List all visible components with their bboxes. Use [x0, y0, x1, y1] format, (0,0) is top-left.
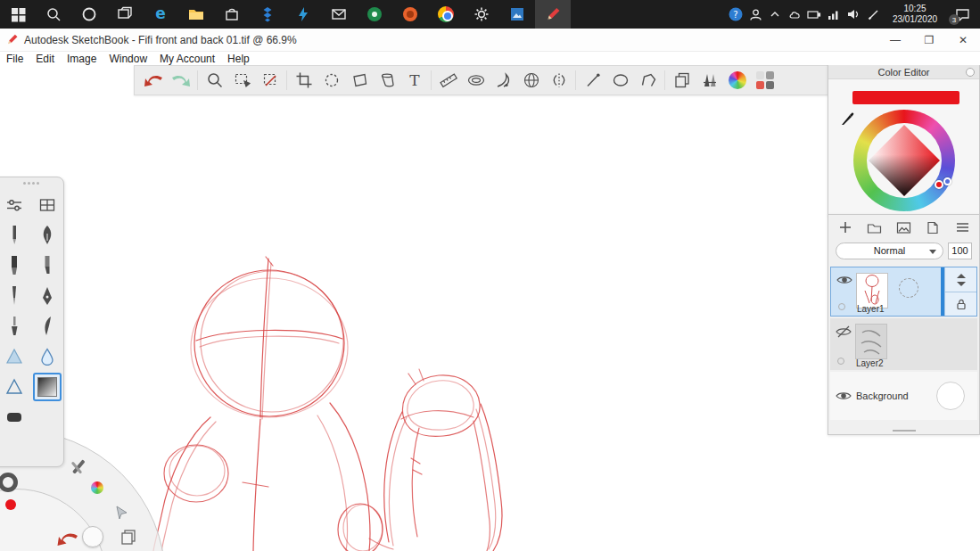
blend-mode-dropdown[interactable]: Normal [836, 243, 943, 259]
sketchbook-taskbar-icon[interactable] [535, 0, 571, 29]
dropbox-icon[interactable] [250, 0, 285, 29]
pen-icon[interactable] [863, 0, 883, 29]
perspective-guide-icon[interactable] [517, 67, 545, 94]
select-icon[interactable] [228, 67, 256, 94]
brush-triangle-outline[interactable] [0, 373, 29, 401]
layer2-thumbnail[interactable] [855, 324, 887, 359]
volume-icon[interactable] [844, 0, 863, 29]
layer1-thumbnail[interactable] [856, 273, 888, 308]
brush-gradient-flood-selected[interactable] [33, 373, 62, 401]
layer-color-dot[interactable] [838, 303, 845, 310]
bolt-app-icon[interactable] [285, 0, 321, 29]
layer-row-layer2[interactable]: Layer2 [830, 318, 977, 370]
start-button-icon[interactable] [0, 0, 36, 29]
minimize-button[interactable]: — [878, 29, 912, 52]
lasso-select-icon[interactable] [317, 67, 345, 94]
french-curve-icon[interactable] [490, 67, 517, 94]
brush-pencil[interactable] [0, 221, 29, 250]
brush-library-icon[interactable] [696, 67, 723, 94]
cloud-icon[interactable] [785, 0, 804, 29]
redo-icon[interactable] [167, 67, 194, 94]
color-puck-icon[interactable] [91, 481, 103, 494]
task-view-icon[interactable] [107, 0, 143, 29]
collapse-puck-icon[interactable] [966, 68, 975, 77]
brush-chisel-marker[interactable] [33, 251, 62, 280]
mail-icon[interactable] [321, 0, 357, 29]
deselect-icon[interactable] [256, 67, 284, 94]
color-wheel[interactable] [853, 110, 955, 211]
layer-row-background[interactable]: Background [830, 372, 977, 420]
taskbar-clock[interactable]: 10:25 23/01/2020 [886, 4, 943, 26]
crop-icon[interactable] [290, 67, 317, 94]
stroke-ellipse-icon[interactable] [606, 67, 634, 94]
network-icon[interactable] [824, 0, 844, 29]
edge-puck-icon[interactable] [0, 473, 18, 492]
import-image-icon[interactable] [668, 67, 696, 94]
visibility-eye-icon[interactable] [836, 390, 852, 402]
brush-pencil-puck-icon[interactable] [66, 456, 89, 480]
distort-transform-icon[interactable] [373, 67, 400, 94]
titlebar[interactable]: Autodesk SketchBook - Fifi front and bac… [0, 29, 980, 52]
menu-file[interactable]: File [0, 53, 29, 65]
store-icon[interactable] [214, 0, 250, 29]
restore-button[interactable]: ❐ [912, 29, 946, 52]
eyedropper-icon[interactable] [840, 111, 854, 129]
chrome-icon[interactable] [428, 0, 464, 29]
settings-gear-icon[interactable] [464, 0, 499, 29]
panel-resize-handle[interactable] [893, 430, 916, 432]
add-layer-icon[interactable] [836, 218, 854, 236]
menu-window[interactable]: Window [103, 53, 153, 65]
lagoon-puck-circle[interactable] [82, 526, 103, 547]
brush-paintbrush[interactable] [0, 312, 29, 341]
layer-opacity-field[interactable]: 100 [948, 243, 972, 259]
brush-ink-pen[interactable] [33, 282, 62, 310]
hidden-icons-chevron[interactable] [765, 0, 785, 29]
swatches-icon[interactable] [751, 67, 778, 94]
brush-eraser[interactable] [0, 403, 29, 432]
close-button[interactable]: ✕ [946, 29, 980, 52]
menu-my-account[interactable]: My Account [153, 53, 221, 65]
search-icon[interactable] [36, 0, 71, 29]
action-center-icon[interactable]: 3 [947, 0, 977, 29]
import-image-icon[interactable] [895, 218, 913, 236]
layer-color-dot[interactable] [837, 358, 844, 365]
brush-water-drop[interactable] [33, 342, 62, 371]
color-wheel-icon[interactable] [723, 67, 751, 94]
visibility-eye-icon[interactable] [836, 274, 852, 286]
symmetry-icon[interactable] [545, 67, 572, 94]
current-color-swatch[interactable] [852, 91, 959, 104]
brush-settings-icon[interactable] [0, 191, 29, 219]
ruler-icon[interactable] [434, 67, 462, 94]
stroke-line-icon[interactable] [579, 67, 606, 94]
color-editor-header[interactable]: Color Editor [828, 65, 979, 79]
lagoon-undo-icon[interactable] [55, 528, 80, 549]
brush-library-grid-icon[interactable] [33, 191, 62, 219]
browser-app-icon[interactable] [392, 0, 428, 29]
stroke-polyline-icon[interactable] [634, 67, 662, 94]
cortana-icon[interactable] [71, 0, 107, 29]
brush-marker[interactable] [0, 251, 29, 280]
cursor-icon[interactable] [114, 505, 130, 521]
brush-fountain-pen[interactable] [33, 221, 62, 250]
lagoon-layers-icon[interactable] [119, 528, 137, 546]
layer-reorder-icon[interactable] [945, 267, 976, 292]
page-icon[interactable] [924, 218, 942, 236]
brush-airbrush[interactable] [0, 282, 29, 310]
undo-icon[interactable] [139, 67, 167, 94]
polygon-select-icon[interactable] [345, 67, 373, 94]
text-tool-icon[interactable]: T [400, 67, 428, 94]
file-explorer-icon[interactable] [178, 0, 214, 29]
hue-marker[interactable] [943, 177, 951, 185]
background-color-thumbnail[interactable] [936, 382, 965, 410]
photos-icon[interactable] [499, 0, 535, 29]
menu-image[interactable]: Image [61, 53, 103, 65]
green-app-icon[interactable] [357, 0, 392, 29]
ellipse-guide-icon[interactable] [462, 67, 490, 94]
brush-quill[interactable] [33, 312, 62, 341]
help-icon[interactable]: ? [726, 0, 745, 29]
menu-help[interactable]: Help [221, 53, 256, 65]
layer-menu-icon[interactable] [953, 218, 971, 236]
zoom-icon[interactable] [201, 67, 228, 94]
brush-smudge[interactable] [0, 342, 29, 371]
saturation-marker[interactable] [935, 180, 943, 189]
